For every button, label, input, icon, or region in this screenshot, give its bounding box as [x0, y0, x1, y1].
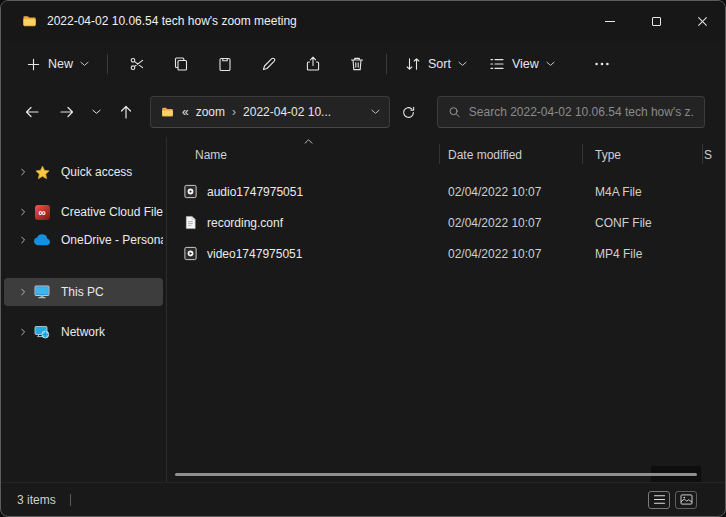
- chevron-right-icon[interactable]: [14, 288, 32, 296]
- window-controls: [587, 1, 725, 41]
- window-title: 2022-04-02 10.06.54 tech how's zoom meet…: [47, 14, 297, 28]
- status-bar: 3 items: [1, 482, 725, 516]
- view-button[interactable]: View: [478, 49, 566, 79]
- view-button-label: View: [512, 57, 539, 71]
- trash-icon: [349, 56, 365, 72]
- file-rows: audio1747975051 02/04/2022 10:07 M4A Fil…: [167, 176, 725, 269]
- sidebar: Quick access Creative Cloud Files OneDri…: [1, 137, 167, 482]
- star-icon: [32, 165, 52, 180]
- file-type: CONF File: [582, 216, 702, 230]
- file-row[interactable]: recording.conf 02/04/2022 10:07 CONF Fil…: [167, 207, 725, 238]
- search-box: [437, 96, 705, 128]
- breadcrumb-item-zoom[interactable]: zoom: [196, 105, 225, 119]
- column-header-type[interactable]: Type: [595, 148, 621, 162]
- toolbar-divider: [107, 54, 108, 74]
- sidebar-item-onedrive-personal[interactable]: OneDrive - Personal: [4, 226, 163, 254]
- search-input[interactable]: [469, 105, 694, 119]
- file-explorer-window: 2022-04-02 10.06.54 tech how's zoom meet…: [0, 0, 726, 517]
- up-button[interactable]: [109, 96, 142, 128]
- chevron-down-icon: [92, 109, 101, 115]
- file-row[interactable]: audio1747975051 02/04/2022 10:07 M4A Fil…: [167, 176, 725, 207]
- column-header-date-modified[interactable]: Date modified: [448, 148, 522, 162]
- file-type: M4A File: [582, 185, 702, 199]
- rename-icon: [261, 56, 277, 72]
- chevron-down-icon: [458, 61, 467, 67]
- file-name: recording.conf: [207, 216, 439, 230]
- copy-button[interactable]: [159, 47, 203, 81]
- main-area: Quick access Creative Cloud Files OneDri…: [1, 137, 725, 482]
- scissors-icon: [129, 56, 145, 72]
- details-view-button[interactable]: [648, 491, 670, 509]
- folder-icon: [160, 106, 175, 119]
- audio-file-icon: [167, 184, 207, 199]
- sidebar-item-label: This PC: [61, 285, 104, 299]
- sidebar-item-network[interactable]: Network: [4, 318, 163, 346]
- network-icon: [32, 324, 52, 340]
- sort-icon: [405, 56, 421, 72]
- sidebar-item-label: Creative Cloud Files: [61, 205, 163, 219]
- arrow-up-icon: [118, 104, 134, 120]
- minimize-button[interactable]: [587, 1, 633, 41]
- recent-locations-button[interactable]: [85, 96, 107, 128]
- minimize-icon: [605, 21, 615, 22]
- folder-icon: [21, 14, 38, 29]
- delete-button[interactable]: [335, 47, 379, 81]
- horizontal-scrollbar[interactable]: [175, 473, 697, 476]
- titlebar: 2022-04-02 10.06.54 tech how's zoom meet…: [1, 1, 725, 41]
- sidebar-item-creative-cloud-files[interactable]: Creative Cloud Files: [4, 198, 163, 226]
- file-date-modified: 02/04/2022 10:07: [439, 185, 582, 199]
- maximize-button[interactable]: [633, 1, 679, 41]
- forward-button[interactable]: [50, 96, 83, 128]
- chevron-right-icon[interactable]: [14, 208, 32, 216]
- breadcrumb-item-current[interactable]: 2022-04-02 10...: [243, 105, 331, 119]
- new-button[interactable]: New: [15, 50, 100, 79]
- chevron-right-icon[interactable]: [14, 168, 32, 176]
- maximize-icon: [652, 17, 661, 26]
- address-bar[interactable]: « zoom › 2022-04-02 10...: [150, 96, 390, 128]
- large-icons-view-button[interactable]: [675, 491, 697, 509]
- share-icon: [305, 56, 321, 72]
- monitor-icon: [32, 284, 52, 300]
- search-icon: [448, 105, 461, 119]
- back-button[interactable]: [15, 96, 48, 128]
- file-list-header: Name Date modified Type S: [167, 137, 725, 171]
- column-divider[interactable]: [582, 144, 583, 164]
- sidebar-item-this-pc[interactable]: This PC: [4, 278, 163, 306]
- refresh-button[interactable]: [392, 96, 425, 128]
- file-name: audio1747975051: [207, 185, 439, 199]
- close-button[interactable]: [679, 1, 725, 41]
- chevron-right-icon[interactable]: [14, 328, 32, 336]
- rename-button[interactable]: [247, 47, 291, 81]
- cut-button[interactable]: [115, 47, 159, 81]
- sort-button[interactable]: Sort: [394, 49, 478, 79]
- chevron-down-icon: [546, 61, 555, 67]
- column-divider[interactable]: [702, 144, 703, 164]
- close-icon: [697, 16, 708, 27]
- paste-button[interactable]: [203, 47, 247, 81]
- sidebar-item-label: Network: [61, 325, 105, 339]
- sidebar-item-quick-access[interactable]: Quick access: [4, 158, 163, 186]
- column-divider[interactable]: [439, 144, 440, 164]
- column-header-name[interactable]: Name: [195, 148, 227, 162]
- more-options-button[interactable]: [580, 47, 624, 81]
- breadcrumb-collapsed[interactable]: «: [182, 105, 189, 119]
- share-button[interactable]: [291, 47, 335, 81]
- file-date-modified: 02/04/2022 10:07: [439, 216, 582, 230]
- toolbar-divider: [386, 54, 387, 74]
- file-row[interactable]: video1747975051 02/04/2022 10:07 MP4 Fil…: [167, 238, 725, 269]
- status-divider: [70, 494, 71, 506]
- sidebar-item-label: OneDrive - Personal: [61, 233, 163, 247]
- file-list: Name Date modified Type S audio174797505…: [167, 137, 725, 482]
- column-header-size[interactable]: S: [704, 148, 712, 162]
- new-button-label: New: [48, 57, 73, 71]
- copy-icon: [173, 56, 189, 72]
- large-icons-view-icon: [680, 494, 693, 505]
- breadcrumb-separator: ›: [232, 105, 236, 119]
- ellipsis-icon: [594, 56, 610, 72]
- chevron-down-icon[interactable]: [371, 109, 380, 115]
- sort-ascending-icon: [303, 138, 314, 145]
- command-bar: New Sort View: [1, 41, 725, 87]
- chevron-right-icon[interactable]: [14, 236, 32, 244]
- sort-button-label: Sort: [428, 57, 451, 71]
- sidebar-item-label: Quick access: [61, 165, 132, 179]
